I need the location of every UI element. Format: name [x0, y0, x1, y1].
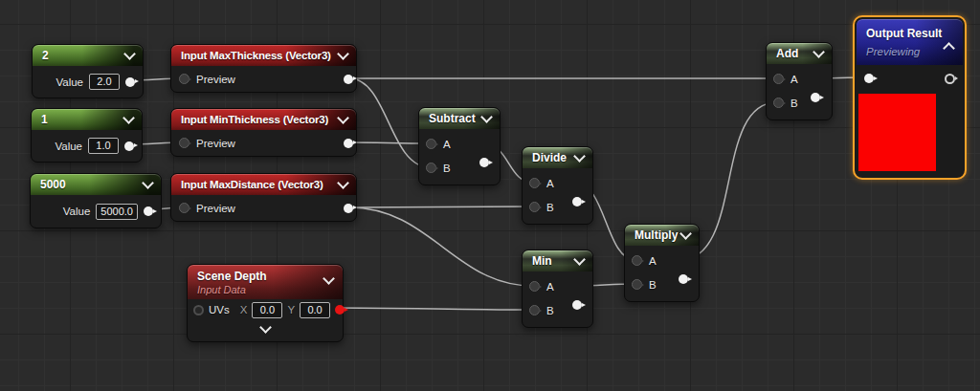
node-header[interactable]: 5000 [31, 174, 161, 195]
node-scene-depth[interactable]: Scene Depth Input Data UVs X 0.0 Y 0.0 [187, 264, 344, 342]
node-header[interactable]: Input MaxThickness (Vector3) [171, 45, 356, 66]
node-title: Output Result [866, 27, 942, 40]
chevron-down-icon[interactable] [122, 112, 135, 124]
chevron-down-icon[interactable] [259, 321, 272, 334]
node-body: A B [419, 129, 500, 185]
chevron-down-icon[interactable] [573, 253, 586, 266]
input-pin-b[interactable] [529, 202, 540, 212]
material-graph-canvas[interactable]: 2 Value 2.0 1 Value 1.0 5000 Value 5000.… [0, 0, 980, 391]
pin-label-a: A [791, 74, 798, 85]
input-pin-b[interactable] [773, 98, 784, 108]
chevron-down-icon[interactable] [142, 177, 154, 189]
input-pin-a[interactable] [632, 255, 642, 266]
node-title: Input MaxThickness (Vector3) [181, 50, 331, 61]
input-pin-b[interactable] [632, 279, 642, 290]
output-pin[interactable] [572, 197, 582, 206]
node-min[interactable]: Min A B [522, 250, 593, 328]
input-pin-b[interactable] [426, 163, 436, 173]
output-pin[interactable] [125, 77, 135, 87]
expand-footer[interactable] [188, 320, 343, 337]
node-title: Subtract [429, 112, 476, 125]
node-header[interactable]: Input MaxDistance (Vector3) [171, 174, 356, 195]
node-constant-2[interactable]: 2 Value 2.0 [32, 44, 144, 98]
chevron-down-icon[interactable] [679, 228, 692, 240]
x-label: X [240, 304, 248, 315]
output-pin[interactable] [344, 75, 353, 84]
output-pin[interactable] [124, 141, 134, 151]
wire-scenedepth-to-min-b[interactable] [331, 308, 533, 310]
node-input-max-thickness[interactable]: Input MaxThickness (Vector3) Preview [170, 44, 357, 93]
output-pin[interactable] [344, 204, 353, 213]
chevron-down-icon[interactable] [337, 48, 349, 60]
input-pin-b[interactable] [529, 305, 540, 315]
input-pin-a[interactable] [529, 281, 540, 292]
node-divide[interactable]: Divide A B [522, 146, 593, 225]
chevron-up-icon[interactable] [943, 42, 955, 54]
preview-output-pin[interactable] [945, 74, 955, 84]
node-header[interactable]: Scene Depth Input Data [188, 265, 343, 299]
y-label: Y [287, 304, 295, 315]
chevron-down-icon[interactable] [480, 111, 493, 123]
chevron-down-icon[interactable] [813, 46, 825, 58]
pin-label-b: B [443, 163, 451, 174]
preview-input-pin[interactable] [179, 74, 189, 84]
output-pin[interactable] [811, 93, 820, 102]
node-title: 5000 [40, 178, 66, 191]
node-body: A B [625, 246, 699, 301]
chevron-down-icon[interactable] [123, 48, 136, 60]
node-input-max-distance[interactable]: Input MaxDistance (Vector3) Preview [170, 173, 357, 222]
node-body: A B [523, 168, 592, 224]
wire-maxdistance-to-min-a[interactable] [349, 207, 533, 286]
value-input[interactable]: 2.0 [89, 74, 120, 90]
output-pin[interactable] [479, 158, 489, 167]
output-pin[interactable] [144, 206, 153, 216]
output-pin[interactable] [572, 300, 582, 310]
depth-output-pin[interactable] [335, 305, 345, 315]
pin-label-b: B [546, 305, 554, 316]
input-pin-a[interactable] [773, 74, 784, 84]
chevron-down-icon[interactable] [323, 272, 335, 285]
node-header[interactable]: Subtract [419, 108, 500, 129]
node-title: Input MinThickness (Vector3) [181, 114, 328, 125]
node-header[interactable]: 2 [33, 45, 143, 66]
node-body: Value 1.0 [32, 130, 142, 162]
uvs-input-pin[interactable] [193, 305, 204, 315]
node-title: Input MaxDistance (Vector3) [181, 179, 323, 190]
node-add[interactable]: Add A B [766, 42, 833, 120]
node-header[interactable]: Add [767, 43, 832, 64]
node-header[interactable]: Input MinThickness (Vector3) [171, 109, 356, 130]
node-body: Preview [171, 66, 356, 92]
pin-label-b: B [649, 279, 657, 291]
preview-input-pin[interactable] [179, 203, 189, 213]
input-pin-a[interactable] [529, 178, 540, 188]
chevron-down-icon[interactable] [337, 112, 349, 124]
preview-label: Preview [196, 138, 235, 149]
node-header[interactable]: Output Result Previewing [857, 19, 963, 65]
preview-input-pin[interactable] [179, 138, 189, 148]
value-input[interactable]: 1.0 [88, 138, 119, 154]
result-input-pin[interactable] [864, 74, 874, 83]
chevron-down-icon[interactable] [573, 150, 586, 163]
node-multiply[interactable]: Multiply A B [624, 224, 700, 302]
output-pin[interactable] [679, 274, 688, 284]
node-body: A B [767, 64, 832, 119]
y-input[interactable]: 0.0 [300, 302, 330, 318]
node-output-result[interactable]: Output Result Previewing [853, 15, 967, 180]
node-subtitle: Input Data [197, 284, 246, 295]
node-constant-1[interactable]: 1 Value 1.0 [31, 108, 143, 163]
chevron-down-icon[interactable] [337, 177, 349, 189]
node-header[interactable]: Multiply [625, 225, 699, 246]
pin-label-a: A [649, 255, 657, 267]
node-header[interactable]: 1 [32, 109, 142, 130]
node-constant-5000[interactable]: 5000 Value 5000.0 [30, 173, 162, 228]
input-pin-a[interactable] [426, 139, 436, 149]
node-input-min-thickness[interactable]: Input MinThickness (Vector3) Preview [170, 108, 357, 157]
x-input[interactable]: 0.0 [252, 302, 282, 318]
wire-maxdistance-to-divide-b[interactable] [349, 206, 533, 207]
node-subtract[interactable]: Subtract A B [418, 107, 501, 185]
node-header[interactable]: Divide [523, 147, 592, 168]
output-pin[interactable] [344, 139, 353, 148]
node-header[interactable]: Min [523, 250, 592, 272]
value-input[interactable]: 5000.0 [96, 204, 138, 220]
node-body: Preview [171, 130, 356, 156]
